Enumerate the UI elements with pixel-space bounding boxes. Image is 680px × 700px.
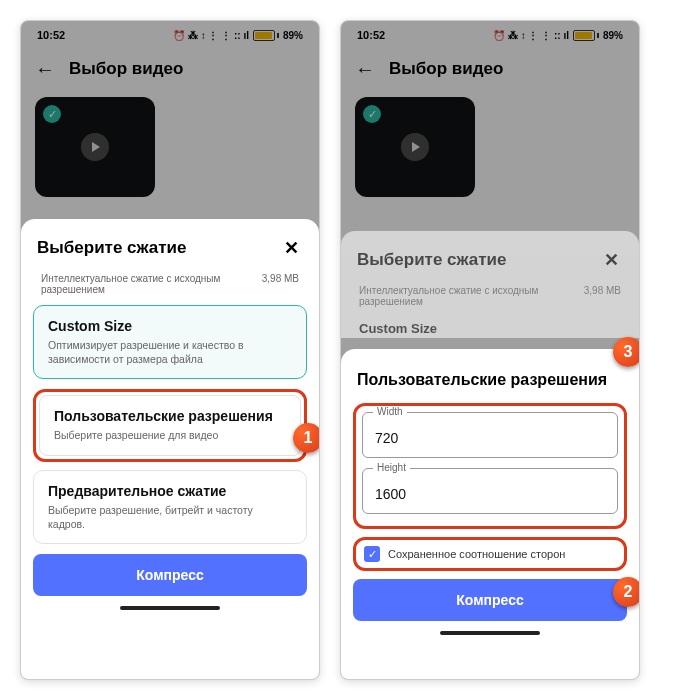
option-title: Пользовательские разрешения	[54, 408, 286, 424]
info-row: Интеллектуальное сжатие с исходным разре…	[33, 273, 307, 305]
callout-badge-3: 3	[613, 337, 640, 367]
battery-icon	[573, 30, 599, 41]
statusbar: 10:52 ⏰ ⁂ ↕ ⋮ ⋮ :: ıl 89%	[341, 21, 639, 49]
option-pre-compression[interactable]: Предварительное сжатие Выберите разрешен…	[33, 470, 307, 544]
page-title: Выбор видео	[69, 59, 183, 79]
status-time: 10:52	[37, 29, 65, 41]
battery-pct: 89%	[603, 30, 623, 41]
callout-badge-2: 2	[613, 577, 640, 607]
highlight-1: Пользовательские разрешения Выберите раз…	[33, 389, 307, 461]
checkbox-icon: ✓	[364, 546, 380, 562]
appbar: ← Выбор видео	[21, 49, 319, 91]
option-custom-size[interactable]: Custom Size Оптимизирует разрешение и ка…	[33, 305, 307, 379]
appbar: ← Выбор видео	[341, 49, 639, 91]
home-indicator	[440, 631, 540, 635]
aspect-ratio-checkbox[interactable]: ✓ Сохраненное соотношение сторон	[362, 544, 618, 564]
status-right: ⏰ ⁂ ↕ ⋮ ⋮ :: ıl 89%	[493, 30, 623, 41]
width-value: 720	[375, 430, 398, 446]
option-title: Custom Size	[48, 318, 292, 334]
close-icon: ✕	[600, 247, 623, 273]
option-user-resolution[interactable]: Пользовательские разрешения Выберите раз…	[39, 395, 301, 455]
option-title: Предварительное сжатие	[48, 483, 292, 499]
battery-pct: 89%	[283, 30, 303, 41]
status-icons: ⏰ ⁂ ↕ ⋮ ⋮ :: ıl	[173, 30, 249, 41]
height-label: Height	[373, 462, 410, 473]
home-indicator	[120, 606, 220, 610]
status-icons: ⏰ ⁂ ↕ ⋮ ⋮ :: ıl	[493, 30, 569, 41]
back-icon[interactable]: ←	[35, 59, 55, 79]
phone-right: 10:52 ⏰ ⁂ ↕ ⋮ ⋮ :: ıl 89% ← Выбор видео …	[340, 20, 640, 680]
check-icon: ✓	[43, 105, 61, 123]
compress-button[interactable]: Компресс	[353, 579, 627, 621]
sheet-title: Выберите сжатие	[37, 238, 187, 258]
phone-left: 10:52 ⏰ ⁂ ↕ ⋮ ⋮ :: ıl 89% ← Выбор видео …	[20, 20, 320, 680]
status-time: 10:52	[357, 29, 385, 41]
sheet-bg-peek: Выберите сжатие ✕ Интеллектуальное сжати…	[341, 231, 639, 338]
highlight-checkbox: ✓ Сохраненное соотношение сторон	[353, 537, 627, 571]
sheet-title: Пользовательские разрешения	[357, 371, 607, 389]
option-desc: Выберите разрешение, битрейт и частоту к…	[48, 503, 292, 531]
checkbox-label: Сохраненное соотношение сторон	[388, 548, 565, 560]
play-icon[interactable]	[81, 133, 109, 161]
option-desc: Выберите разрешение для видео	[54, 428, 286, 442]
option-desc: Оптимизирует разрешение и качество в зав…	[48, 338, 292, 366]
height-field[interactable]: Height 1600	[362, 468, 618, 514]
back-icon[interactable]: ←	[355, 59, 375, 79]
width-label: Width	[373, 406, 407, 417]
callout-badge-1: 1	[293, 423, 320, 453]
status-right: ⏰ ⁂ ↕ ⋮ ⋮ :: ıl 89%	[173, 30, 303, 41]
height-value: 1600	[375, 486, 406, 502]
close-icon[interactable]: ✕	[280, 235, 303, 261]
check-icon: ✓	[363, 105, 381, 123]
battery-icon	[253, 30, 279, 41]
info-text: Интеллектуальное сжатие с исходным разре…	[41, 273, 221, 295]
compression-sheet: Выберите сжатие ✕ Интеллектуальное сжати…	[21, 219, 319, 679]
video-thumbnail[interactable]: ✓	[35, 97, 155, 197]
video-thumbnail[interactable]: ✓	[355, 97, 475, 197]
width-field[interactable]: Width 720	[362, 412, 618, 458]
play-icon[interactable]	[401, 133, 429, 161]
info-size: 3,98 MB	[262, 273, 299, 284]
page-title: Выбор видео	[389, 59, 503, 79]
highlight-fields: Width 720 Height 1600	[353, 403, 627, 529]
statusbar: 10:52 ⏰ ⁂ ↕ ⋮ ⋮ :: ıl 89%	[21, 21, 319, 49]
compress-button[interactable]: Компресс	[33, 554, 307, 596]
resolution-sheet: 3 Пользовательские разрешения Width 720 …	[341, 349, 639, 679]
